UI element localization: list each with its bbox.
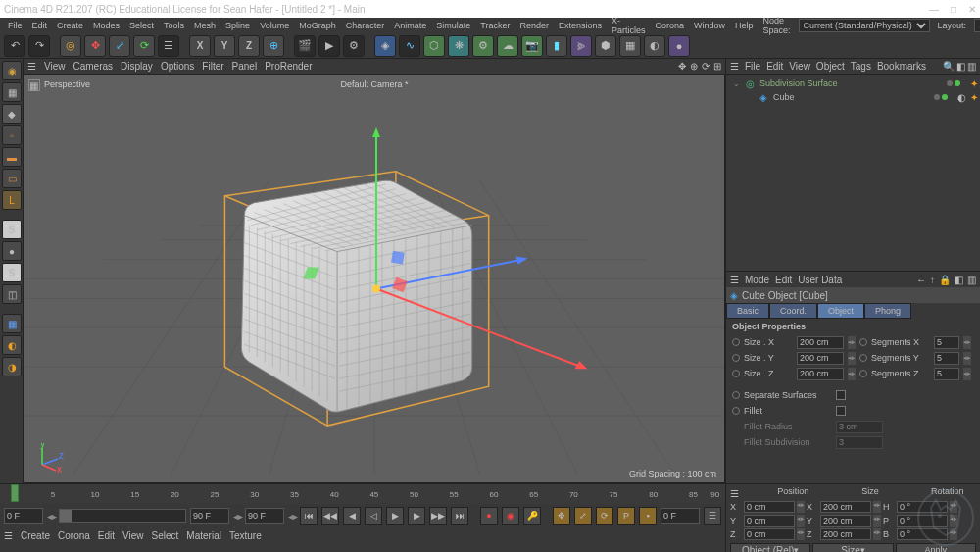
object-item-subdivision[interactable]: ⌄ ◎ Subdivision Surface ✦ bbox=[728, 76, 978, 90]
tag-tool[interactable]: ◐ bbox=[644, 35, 665, 57]
z-axis-lock[interactable]: Z bbox=[238, 35, 260, 57]
expand-icon[interactable]: ⌄ bbox=[732, 79, 740, 88]
menu-item[interactable]: File bbox=[4, 21, 26, 30]
nav-move-icon[interactable]: ✥ bbox=[678, 61, 686, 72]
workplane[interactable]: ◫ bbox=[2, 284, 22, 304]
layout-icon[interactable]: ▥ bbox=[967, 61, 976, 72]
render-pv[interactable]: ▶ bbox=[318, 35, 340, 57]
size-x-input[interactable]: 200 cm bbox=[797, 336, 844, 349]
nav-back-icon[interactable]: ← bbox=[916, 275, 926, 285]
keyframe-dot[interactable] bbox=[732, 370, 740, 377]
layout-icon[interactable]: ▥ bbox=[967, 275, 976, 285]
minimize-icon[interactable]: — bbox=[929, 4, 939, 15]
om-menu[interactable]: Bookmarks bbox=[877, 61, 926, 72]
menu-item[interactable]: Tracker bbox=[476, 21, 514, 30]
param-key-button[interactable]: P bbox=[617, 507, 635, 525]
menu-item[interactable]: Edit bbox=[28, 21, 52, 30]
segments-y-input[interactable]: 5 bbox=[934, 352, 959, 365]
om-menu[interactable]: File bbox=[745, 61, 760, 72]
menu-item[interactable]: Window bbox=[690, 21, 729, 30]
move-tool[interactable]: ✥ bbox=[84, 35, 106, 57]
keyframe-dot[interactable] bbox=[732, 407, 740, 415]
menu-item[interactable]: Character bbox=[342, 21, 389, 30]
keyframe-dot[interactable] bbox=[732, 391, 740, 399]
xp-tool[interactable]: ● bbox=[668, 35, 690, 57]
nodespace-select[interactable]: Current (Standard/Physical) bbox=[799, 19, 930, 32]
attr-menu[interactable]: Edit bbox=[775, 275, 792, 285]
current-frame-input[interactable] bbox=[245, 508, 284, 524]
model-mode[interactable]: ◉ bbox=[2, 61, 22, 80]
record-button[interactable]: ● bbox=[480, 507, 498, 525]
tab-basic[interactable]: Basic bbox=[726, 303, 769, 319]
axis-mode[interactable]: L bbox=[2, 190, 22, 210]
size-y-input[interactable]: 200 cm bbox=[820, 515, 871, 527]
menu-item[interactable]: Volume bbox=[256, 21, 293, 30]
coord-system[interactable]: ⊕ bbox=[263, 35, 284, 57]
size-z-input[interactable]: 200 cm bbox=[797, 368, 844, 380]
tag-icon[interactable]: ✦ bbox=[970, 92, 978, 103]
viewport-menu[interactable]: Cameras bbox=[74, 61, 114, 72]
om-menu[interactable]: Tags bbox=[851, 61, 871, 72]
size-z-input[interactable]: 200 cm bbox=[820, 528, 871, 540]
generator-tool[interactable]: ⬡ bbox=[423, 35, 445, 57]
pla-key-button[interactable]: ▪ bbox=[639, 507, 657, 525]
bottom-menu[interactable]: Texture bbox=[229, 530, 262, 541]
render-view[interactable]: 🎬 bbox=[294, 35, 316, 57]
light-tool[interactable]: ▮ bbox=[546, 35, 567, 57]
volume-tool[interactable]: ⬢ bbox=[595, 35, 616, 57]
cube-primitive[interactable]: ◈ bbox=[374, 35, 396, 57]
phong-tag-icon[interactable]: ◐ bbox=[957, 92, 966, 103]
spinner[interactable]: ◂▸ bbox=[963, 352, 971, 365]
field-tool[interactable]: ▦ bbox=[619, 35, 641, 57]
snap-settings[interactable]: ● bbox=[2, 241, 22, 261]
keyframe-sel-button[interactable]: 🔑 bbox=[523, 507, 541, 525]
goto-start-button[interactable]: ⏮ bbox=[300, 507, 318, 525]
viewport-menu[interactable]: Display bbox=[121, 61, 153, 72]
filter-icon[interactable]: ◧ bbox=[956, 61, 965, 72]
viewport-menu[interactable]: Filter bbox=[202, 61, 223, 72]
menu-item[interactable]: X-Particles bbox=[608, 16, 650, 35]
spline-tool[interactable]: ∿ bbox=[399, 35, 420, 57]
goto-end-button[interactable]: ⏭ bbox=[451, 507, 468, 525]
autokey-button[interactable]: ◉ bbox=[502, 507, 519, 525]
size-x-input[interactable]: 200 cm bbox=[820, 501, 871, 513]
menu-item[interactable]: MoGraph bbox=[295, 21, 340, 30]
spinner[interactable]: ◂▸ bbox=[963, 336, 971, 349]
next-key-button[interactable]: ▶▶ bbox=[429, 507, 447, 525]
separate-checkbox[interactable] bbox=[836, 390, 846, 400]
scale-tool[interactable]: ⤢ bbox=[109, 35, 130, 57]
om-menu[interactable]: Object bbox=[816, 61, 845, 72]
nav-rotate-icon[interactable]: ⟳ bbox=[702, 61, 710, 72]
undo-button[interactable]: ↶ bbox=[4, 35, 25, 57]
keyframe-dot[interactable] bbox=[732, 338, 740, 346]
hamburger-icon[interactable]: ☰ bbox=[730, 488, 739, 499]
attr-menu[interactable]: User Data bbox=[798, 275, 842, 285]
menu-item[interactable]: Modes bbox=[89, 21, 123, 30]
attr-menu[interactable]: Mode bbox=[745, 275, 769, 285]
next-frame-button[interactable]: ▶ bbox=[408, 507, 425, 525]
maximize-viewport-icon[interactable]: ⊞ bbox=[713, 61, 721, 72]
snap-toggle[interactable]: S bbox=[2, 220, 22, 239]
current-frame-display[interactable] bbox=[661, 508, 700, 524]
menu-item[interactable]: Animate bbox=[390, 21, 430, 30]
segments-x-input[interactable]: 5 bbox=[934, 336, 959, 349]
deformer-tool[interactable]: ⚙ bbox=[472, 35, 494, 57]
pos-key-button[interactable]: ✥ bbox=[553, 507, 570, 525]
keyframe-dot[interactable] bbox=[732, 354, 740, 362]
bottom-menu[interactable]: Create bbox=[21, 530, 50, 541]
keyframe-dot[interactable] bbox=[859, 354, 867, 362]
viewport-menu[interactable]: Panel bbox=[232, 61, 258, 72]
hamburger-icon[interactable]: ☰ bbox=[4, 530, 13, 541]
menu-item[interactable]: Extensions bbox=[555, 21, 606, 30]
menu-item[interactable]: Create bbox=[53, 21, 87, 30]
end-frame-input[interactable] bbox=[190, 508, 229, 524]
timeline-ruler[interactable]: 0 5 10 15 20 25 30 35 40 45 50 55 60 65 … bbox=[0, 484, 725, 504]
menu-item[interactable]: Render bbox=[515, 21, 553, 30]
bottom-menu[interactable]: Material bbox=[186, 530, 221, 541]
tag-icon[interactable]: ✦ bbox=[970, 78, 978, 89]
polygon-mode[interactable]: ▭ bbox=[2, 169, 22, 188]
pos-y-input[interactable]: 0 cm bbox=[744, 515, 795, 527]
hamburger-icon[interactable]: ☰ bbox=[27, 61, 36, 72]
viewport-menu[interactable]: View bbox=[44, 61, 66, 72]
point-mode[interactable]: ▫ bbox=[2, 125, 22, 145]
